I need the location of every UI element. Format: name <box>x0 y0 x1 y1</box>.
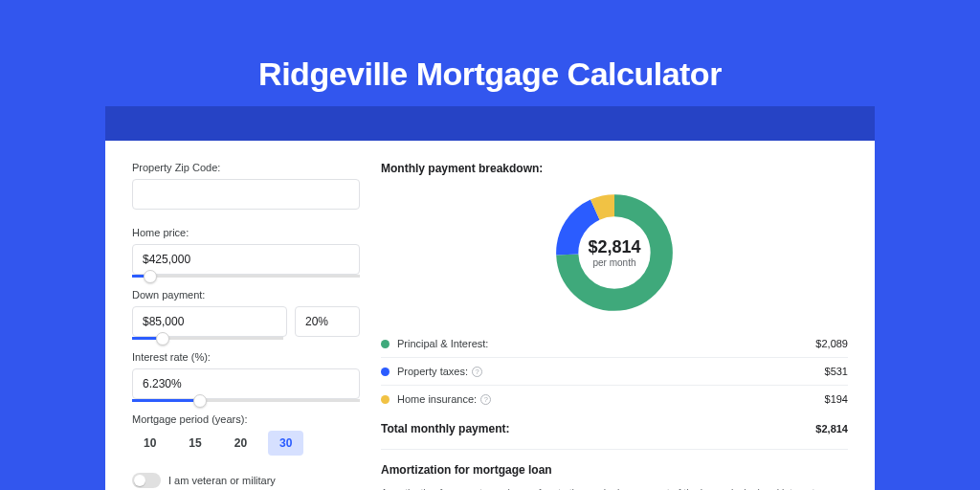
donut-center-sub: per month <box>592 257 635 268</box>
total-value: $2,814 <box>815 423 848 434</box>
legend-row: Home insurance:?$194 <box>381 386 848 412</box>
legend-swatch <box>381 395 390 404</box>
zip-field: Property Zip Code: <box>132 162 360 210</box>
donut-center-value: $2,814 <box>588 237 640 257</box>
period-option-15[interactable]: 15 <box>177 431 212 456</box>
header-strip <box>105 106 875 141</box>
legend-swatch <box>381 368 390 376</box>
home-price-slider[interactable] <box>132 275 360 278</box>
period-field: Mortgage period (years): 10152030 <box>132 413 360 456</box>
legend-label: Home insurance: <box>397 393 477 405</box>
down-payment-input[interactable] <box>132 306 287 337</box>
calculator-card: Property Zip Code: Home price: Down paym… <box>105 141 875 490</box>
period-option-10[interactable]: 10 <box>132 431 167 456</box>
legend-row: Property taxes:?$531 <box>381 358 848 386</box>
page-title: Ridgeville Mortgage Calculator <box>0 0 980 93</box>
down-payment-pct-input[interactable] <box>295 306 360 337</box>
amortization-text: Amortization for a mortgage loan refers … <box>381 486 848 490</box>
divider <box>381 449 848 450</box>
interest-rate-field: Interest rate (%): <box>132 351 360 402</box>
home-price-field: Home price: <box>132 227 360 278</box>
slider-thumb[interactable] <box>156 332 169 345</box>
breakdown-column: Monthly payment breakdown: $2,814 per mo… <box>381 162 848 490</box>
total-label: Total monthly payment: <box>381 422 509 435</box>
down-payment-slider[interactable] <box>132 337 283 340</box>
slider-thumb[interactable] <box>193 394 207 408</box>
legend-value: $194 <box>825 393 848 405</box>
total-row: Total monthly payment: $2,814 <box>381 412 848 447</box>
breakdown-title: Monthly payment breakdown: <box>381 162 848 175</box>
donut-chart: $2,814 per month <box>552 190 677 315</box>
veteran-toggle[interactable] <box>132 473 161 488</box>
period-option-20[interactable]: 20 <box>223 431 258 456</box>
zip-label: Property Zip Code: <box>132 162 360 173</box>
interest-rate-slider[interactable] <box>132 399 360 402</box>
period-options: 10152030 <box>132 431 360 456</box>
home-price-input[interactable] <box>132 244 360 275</box>
down-payment-field: Down payment: <box>132 289 360 340</box>
period-label: Mortgage period (years): <box>132 413 360 425</box>
slider-thumb[interactable] <box>144 270 157 283</box>
period-option-30[interactable]: 30 <box>268 431 303 456</box>
down-payment-label: Down payment: <box>132 289 360 301</box>
breakdown-legend: Principal & Interest:$2,089Property taxe… <box>381 330 848 412</box>
info-icon[interactable]: ? <box>480 394 491 405</box>
interest-rate-label: Interest rate (%): <box>132 351 360 363</box>
zip-input[interactable] <box>132 179 360 210</box>
donut-chart-wrap: $2,814 per month <box>381 185 848 330</box>
legend-swatch <box>381 340 390 348</box>
veteran-label: I am veteran or military <box>168 475 276 486</box>
interest-rate-input[interactable] <box>132 368 360 399</box>
info-icon[interactable]: ? <box>472 367 482 377</box>
legend-value: $2,089 <box>815 338 848 349</box>
legend-label: Property taxes: <box>397 366 468 377</box>
legend-row: Principal & Interest:$2,089 <box>381 330 848 358</box>
veteran-toggle-row: I am veteran or military <box>132 473 360 488</box>
legend-label: Principal & Interest: <box>397 338 488 349</box>
input-column: Property Zip Code: Home price: Down paym… <box>132 162 360 490</box>
legend-value: $531 <box>825 366 848 377</box>
amortization-title: Amortization for mortgage loan <box>381 463 848 477</box>
home-price-label: Home price: <box>132 227 360 238</box>
